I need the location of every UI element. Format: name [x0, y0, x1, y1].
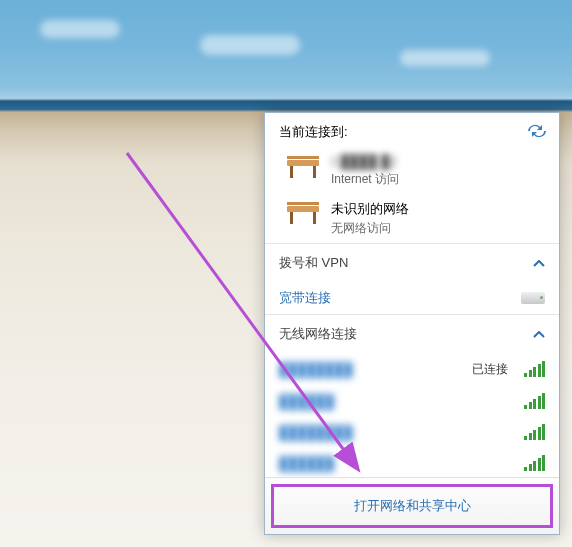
network-location-icon — [285, 156, 321, 180]
signal-strength-icon — [524, 426, 545, 440]
chevron-up-icon[interactable] — [533, 255, 545, 271]
wifi-connected-badge: 已连接 — [472, 361, 508, 378]
signal-strength-icon — [524, 395, 545, 409]
wifi-ssid: ████████ — [279, 362, 353, 377]
connection-status: 无网络访问 — [331, 220, 545, 237]
current-connections-title: 当前连接到: — [279, 123, 348, 141]
section-title: 无线网络连接 — [279, 325, 357, 343]
panel-footer: 打开网络和共享中心 — [265, 477, 559, 534]
wifi-network-item[interactable]: ██████ — [265, 386, 559, 417]
open-network-center-link[interactable]: 打开网络和共享中心 — [271, 484, 553, 528]
dialup-vpn-section[interactable]: 拨号和 VPN — [265, 243, 559, 282]
wifi-ssid: ████████ — [279, 425, 353, 440]
wifi-network-item[interactable]: ████████ 已连接 — [265, 353, 559, 386]
network-flyout-panel: 当前连接到: C████ █2 Internet 访问 未识别的网络 无网络访问… — [264, 112, 560, 535]
wifi-ssid: ██████ — [279, 456, 334, 471]
signal-strength-icon — [524, 457, 545, 471]
refresh-icon[interactable] — [527, 123, 547, 142]
section-title: 拨号和 VPN — [279, 254, 348, 272]
wifi-section[interactable]: 无线网络连接 — [265, 314, 559, 353]
modem-icon — [521, 292, 545, 304]
wifi-ssid: ██████ — [279, 394, 334, 409]
connection-name: C████ █2 — [331, 154, 545, 169]
active-connection[interactable]: C████ █2 Internet 访问 — [265, 148, 559, 194]
connection-status: Internet 访问 — [331, 171, 545, 188]
broadband-connection-item[interactable]: 宽带连接 — [265, 282, 559, 314]
active-connection[interactable]: 未识别的网络 无网络访问 — [265, 194, 559, 243]
network-location-icon — [285, 202, 321, 226]
wifi-network-item[interactable]: ██████ — [265, 448, 559, 477]
wifi-network-item[interactable]: ████████ — [265, 417, 559, 448]
signal-strength-icon — [524, 363, 545, 377]
panel-header: 当前连接到: — [265, 113, 559, 148]
broadband-label: 宽带连接 — [279, 289, 331, 307]
wifi-list: ████████ 已连接 ██████ ████████ ██████ — [265, 353, 559, 477]
chevron-up-icon[interactable] — [533, 326, 545, 342]
connection-name: 未识别的网络 — [331, 200, 545, 218]
